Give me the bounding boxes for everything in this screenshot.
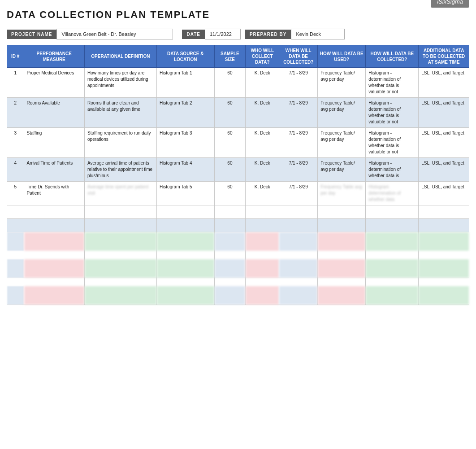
project-name-value: Villanova Green Belt - Dr. Beasley	[56, 29, 173, 39]
header-how-collected: HOW WILL DATA BE COLLECTED?	[366, 45, 419, 68]
table-row: 5 Time Dr. Spends with Patient Average t…	[7, 182, 469, 205]
cell-data-source: Histogram Tab 5	[156, 182, 214, 205]
cell-how-collected: Histogram - determination of whether dat…	[366, 158, 419, 182]
table-row-empty	[7, 219, 469, 232]
blurred-content: Histogram determination of whether data	[368, 184, 401, 202]
cell-data-source: Histogram Tab 2	[156, 98, 214, 128]
cell-additional-data: LSL, USL, and Target	[419, 98, 469, 128]
cell-sample-size: 60	[214, 182, 246, 205]
table-row: 4 Arrival Time of Patients Average arriv…	[7, 158, 469, 182]
date-value: 11/1/2022	[205, 29, 241, 39]
cell-additional-data: LSL, USL, and Target	[419, 68, 469, 98]
cell-operational-definition: How many times per day are medical devic…	[85, 68, 157, 98]
cell-id: 2	[7, 98, 24, 128]
cell-id: 3	[7, 128, 24, 158]
cell-who-collect: K. Deck	[246, 158, 279, 182]
cell-when-collected: 7/1 - 8/29	[279, 128, 318, 158]
cell-how-used: Frequency Table avg per day	[318, 182, 366, 205]
cell-operational-definition: Staffing requirement to run daily operat…	[85, 128, 157, 158]
cell-performance-measure: Staffing	[24, 128, 85, 158]
table-row-blurred: ████████████████ ████████████ ██████ ███…	[7, 259, 469, 278]
prepared-by-value: Kevin Deck	[291, 29, 345, 39]
cell-data-source: Histogram Tab 1	[156, 68, 214, 98]
date-label: DATE	[182, 30, 204, 39]
data-table: ID # PERFORMANCE MEASURE OPERATIONAL DEF…	[7, 45, 469, 305]
header-who-collect: WHO WILL COLLECT DATA?	[246, 45, 279, 68]
logo: iSixSigma	[431, 0, 469, 8]
header-when-collected: WHEN WILL DATA BE COLLECTED?	[279, 45, 318, 68]
blurred-content: Average time spent per patient visit	[87, 184, 148, 196]
cell-data-source: Histogram Tab 3	[156, 128, 214, 158]
table-row: 3 Staffing Staffing requirement to run d…	[7, 128, 469, 158]
cell-sample-size: 60	[214, 98, 246, 128]
table-row-empty	[7, 251, 469, 259]
table-row-blurred: ████████████████ ████████████ ██████ ███…	[7, 232, 469, 251]
header-sample-size: SAMPLE SIZE	[214, 45, 246, 68]
cell-operational-definition: Rooms that are clean and available at an…	[85, 98, 157, 128]
cell-who-collect: K. Deck	[246, 128, 279, 158]
cell-performance-measure: Proper Medical Devices	[24, 68, 85, 98]
header-data-source: DATA SOURCE & LOCATION	[156, 45, 214, 68]
header-performance-measure: PERFORMANCE MEASURE	[24, 45, 85, 68]
prepared-by-label: PREPARED BY	[245, 30, 291, 39]
cell-when-collected: 7/1 - 8/29	[279, 158, 318, 182]
table-row: 2 Rooms Available Rooms that are clean a…	[7, 98, 469, 128]
header-operational-definition: OPERATIONAL DEFINITION	[85, 45, 157, 68]
cell-when-collected: 7/1 - 8/29	[279, 182, 318, 205]
cell-id: 1	[7, 68, 24, 98]
cell-how-used: Frequency Table/ avg per day	[318, 158, 366, 182]
cell-when-collected: 7/1 - 8/29	[279, 98, 318, 128]
header-id: ID #	[7, 45, 24, 68]
cell-how-used: Frequency Table/ avg per day	[318, 68, 366, 98]
project-name-label: PROJECT NAME	[7, 30, 56, 39]
table-row-empty	[7, 278, 469, 286]
cell-sample-size: 60	[214, 68, 246, 98]
cell-how-used: Frequency Table/ avg per day	[318, 128, 366, 158]
cell-how-collected: Histogram determination of whether data	[366, 182, 419, 205]
cell-operational-definition: Average time spent per patient visit	[85, 182, 157, 205]
cell-data-source: Histogram Tab 4	[156, 158, 214, 182]
cell-sample-size: 60	[214, 158, 246, 182]
cell-who-collect: K. Deck	[246, 182, 279, 205]
cell-operational-definition: Average arrival time of patients relativ…	[85, 158, 157, 182]
cell-additional-data: LSL, USL, and Target	[419, 128, 469, 158]
cell-id: 5	[7, 182, 24, 205]
cell-who-collect: K. Deck	[246, 68, 279, 98]
cell-how-used: Frequency Table/ avg per day	[318, 98, 366, 128]
cell-who-collect: K. Deck	[246, 98, 279, 128]
table-row-empty	[7, 205, 469, 219]
table-row-blurred: ████████████████ ████████████ ██████ ███…	[7, 286, 469, 305]
cell-performance-measure: Arrival Time of Patients	[24, 158, 85, 182]
cell-id: 4	[7, 158, 24, 182]
header-how-used: HOW WILL DATA BE USED?	[318, 45, 366, 68]
cell-performance-measure: Rooms Available	[24, 98, 85, 128]
cell-when-collected: 7/1 - 8/29	[279, 68, 318, 98]
blurred-content: Frequency Table avg per day	[320, 184, 362, 196]
cell-how-collected: Histogram - determination of whether dat…	[366, 128, 419, 158]
cell-additional-data: LSL, USL, and Target	[419, 158, 469, 182]
cell-sample-size: 60	[214, 128, 246, 158]
header-additional-data: ADDITIONAL DATA TO BE COLLECTED AT SAME …	[419, 45, 469, 68]
cell-performance-measure: Time Dr. Spends with Patient	[24, 182, 85, 205]
cell-how-collected: Histogram - determination of whether dat…	[366, 68, 419, 98]
meta-row: PROJECT NAME Villanova Green Belt - Dr. …	[7, 29, 469, 39]
cell-how-collected: Histogram - determination of whether dat…	[366, 98, 419, 128]
page-title: DATA COLLECTION PLAN TEMPLATE	[7, 9, 469, 21]
cell-additional-data: LSL, USL, and Target	[419, 182, 469, 205]
table-row: 1 Proper Medical Devices How many times …	[7, 68, 469, 98]
